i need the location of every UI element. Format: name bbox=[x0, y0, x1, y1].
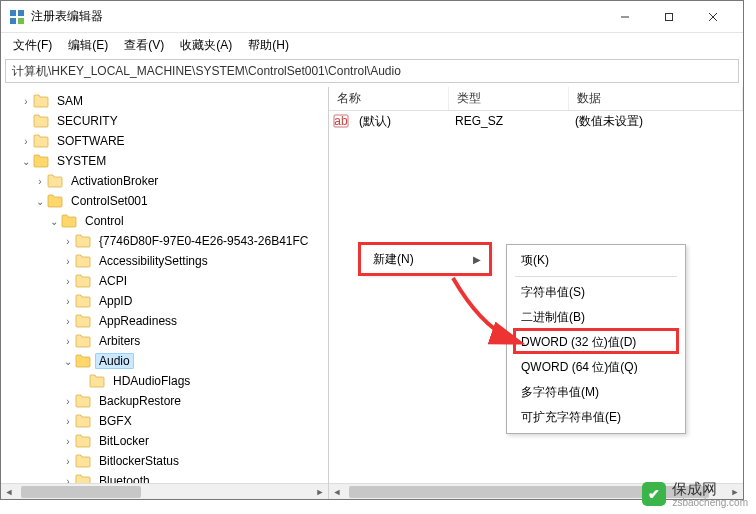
menu-edit[interactable]: 编辑(E) bbox=[62, 35, 114, 56]
tree-item[interactable]: HDAudioFlags bbox=[5, 371, 328, 391]
menu-favorites[interactable]: 收藏夹(A) bbox=[174, 35, 238, 56]
tree-item[interactable]: ›ActivationBroker bbox=[5, 171, 328, 191]
chevron-right-icon[interactable]: › bbox=[61, 316, 75, 327]
tree-item[interactable]: SECURITY bbox=[5, 111, 328, 131]
folder-icon bbox=[75, 334, 91, 348]
value-name: (默认) bbox=[351, 113, 447, 130]
chevron-right-icon[interactable]: › bbox=[61, 296, 75, 307]
submenu-item-label: 二进制值(B) bbox=[521, 309, 585, 326]
chevron-right-icon[interactable]: › bbox=[61, 276, 75, 287]
folder-icon bbox=[33, 114, 49, 128]
folder-icon bbox=[47, 194, 63, 208]
folder-icon bbox=[33, 94, 49, 108]
chevron-down-icon[interactable]: ⌄ bbox=[33, 196, 47, 207]
tree-item[interactable]: ›AppReadiness bbox=[5, 311, 328, 331]
watermark-url: zsbaocheng.com bbox=[672, 497, 748, 508]
watermark-logo-icon: ✔ bbox=[642, 482, 666, 506]
chevron-right-icon[interactable]: › bbox=[61, 456, 75, 467]
tree-item[interactable]: ›SAM bbox=[5, 91, 328, 111]
tree-item[interactable]: ›SOFTWARE bbox=[5, 131, 328, 151]
submenu-item[interactable]: QWORD (64 位)值(Q) bbox=[507, 355, 685, 380]
tree-item-label: SOFTWARE bbox=[53, 134, 129, 148]
folder-icon bbox=[75, 354, 91, 368]
tree-item[interactable]: ⌄Control bbox=[5, 211, 328, 231]
svg-rect-1 bbox=[18, 10, 24, 16]
tree-item-label: HDAudioFlags bbox=[109, 374, 194, 388]
submenu-item[interactable]: 多字符串值(M) bbox=[507, 380, 685, 405]
tree-item-label: {7746D80F-97E0-4E26-9543-26B41FC bbox=[95, 234, 312, 248]
context-menu-panel: 新建(N) ▶ bbox=[360, 244, 490, 274]
tree-item-label: BGFX bbox=[95, 414, 136, 428]
chevron-right-icon[interactable]: › bbox=[61, 336, 75, 347]
scroll-right-icon[interactable]: ► bbox=[312, 487, 328, 497]
folder-icon bbox=[61, 214, 77, 228]
tree-horizontal-scrollbar[interactable]: ◄ ► bbox=[1, 483, 328, 499]
app-icon bbox=[9, 9, 25, 25]
submenu-item-label: QWORD (64 位)值(Q) bbox=[521, 359, 638, 376]
watermark: ✔ 保成网 zsbaocheng.com bbox=[642, 480, 748, 508]
submenu-item[interactable]: 可扩充字符串值(E) bbox=[507, 405, 685, 430]
tree-item[interactable]: ›BitLocker bbox=[5, 431, 328, 451]
submenu-item[interactable]: 字符串值(S) bbox=[507, 280, 685, 305]
folder-icon bbox=[75, 454, 91, 468]
folder-icon bbox=[47, 174, 63, 188]
tree-item-label: Arbiters bbox=[95, 334, 144, 348]
folder-icon bbox=[75, 294, 91, 308]
folder-icon bbox=[75, 254, 91, 268]
chevron-right-icon[interactable]: › bbox=[61, 396, 75, 407]
maximize-button[interactable] bbox=[647, 2, 691, 32]
chevron-right-icon[interactable]: › bbox=[19, 96, 33, 107]
tree-item-label: ControlSet001 bbox=[67, 194, 152, 208]
value-type: REG_SZ bbox=[447, 114, 567, 128]
value-row[interactable]: ab(默认)REG_SZ(数值未设置) bbox=[329, 111, 743, 131]
chevron-right-icon[interactable]: › bbox=[61, 236, 75, 247]
scroll-left-icon[interactable]: ◄ bbox=[329, 487, 345, 497]
chevron-right-icon[interactable]: › bbox=[61, 436, 75, 447]
tree-item[interactable]: ›{7746D80F-97E0-4E26-9543-26B41FC bbox=[5, 231, 328, 251]
chevron-right-icon[interactable]: › bbox=[19, 136, 33, 147]
chevron-right-icon[interactable]: › bbox=[33, 176, 47, 187]
menu-help[interactable]: 帮助(H) bbox=[242, 35, 295, 56]
chevron-down-icon[interactable]: ⌄ bbox=[61, 356, 75, 367]
tree-item[interactable]: ›BitlockerStatus bbox=[5, 451, 328, 471]
submenu-item[interactable]: DWORD (32 位)值(D) bbox=[507, 330, 685, 355]
chevron-down-icon[interactable]: ⌄ bbox=[47, 216, 61, 227]
tree-item[interactable]: ›ACPI bbox=[5, 271, 328, 291]
tree-item[interactable]: ⌄SYSTEM bbox=[5, 151, 328, 171]
tree-item-label: AppReadiness bbox=[95, 314, 181, 328]
folder-icon bbox=[89, 374, 105, 388]
column-name[interactable]: 名称 bbox=[329, 87, 449, 110]
context-menu-new[interactable]: 新建(N) ▶ bbox=[361, 245, 489, 273]
minimize-button[interactable] bbox=[603, 2, 647, 32]
chevron-down-icon[interactable]: ⌄ bbox=[19, 156, 33, 167]
address-bar[interactable]: 计算机\HKEY_LOCAL_MACHINE\SYSTEM\ControlSet… bbox=[5, 59, 739, 83]
tree-item[interactable]: ›AccessibilitySettings bbox=[5, 251, 328, 271]
chevron-right-icon[interactable]: › bbox=[61, 256, 75, 267]
tree-item[interactable]: ⌄Audio bbox=[5, 351, 328, 371]
menu-view[interactable]: 查看(V) bbox=[118, 35, 170, 56]
list-header: 名称 类型 数据 bbox=[329, 87, 743, 111]
folder-icon bbox=[75, 234, 91, 248]
value-data: (数值未设置) bbox=[567, 113, 651, 130]
column-type[interactable]: 类型 bbox=[449, 87, 569, 110]
address-path: 计算机\HKEY_LOCAL_MACHINE\SYSTEM\ControlSet… bbox=[12, 63, 401, 80]
tree-item[interactable]: ›BackupRestore bbox=[5, 391, 328, 411]
submenu-item[interactable]: 项(K) bbox=[507, 248, 685, 273]
tree-item-label: SECURITY bbox=[53, 114, 122, 128]
tree-item-label: BackupRestore bbox=[95, 394, 185, 408]
menu-separator bbox=[515, 276, 677, 277]
chevron-right-icon[interactable]: › bbox=[61, 416, 75, 427]
column-data[interactable]: 数据 bbox=[569, 87, 743, 110]
tree-item-label: SAM bbox=[53, 94, 87, 108]
scroll-thumb[interactable] bbox=[21, 486, 141, 498]
submenu-item[interactable]: 二进制值(B) bbox=[507, 305, 685, 330]
tree-item[interactable]: ›BGFX bbox=[5, 411, 328, 431]
scroll-left-icon[interactable]: ◄ bbox=[1, 487, 17, 497]
window-title: 注册表编辑器 bbox=[31, 8, 603, 25]
submenu: 项(K)字符串值(S)二进制值(B)DWORD (32 位)值(D)QWORD … bbox=[506, 244, 686, 434]
tree-item[interactable]: ⌄ControlSet001 bbox=[5, 191, 328, 211]
menu-file[interactable]: 文件(F) bbox=[7, 35, 58, 56]
close-button[interactable] bbox=[691, 2, 735, 32]
tree-item[interactable]: ›Arbiters bbox=[5, 331, 328, 351]
tree-item[interactable]: ›AppID bbox=[5, 291, 328, 311]
